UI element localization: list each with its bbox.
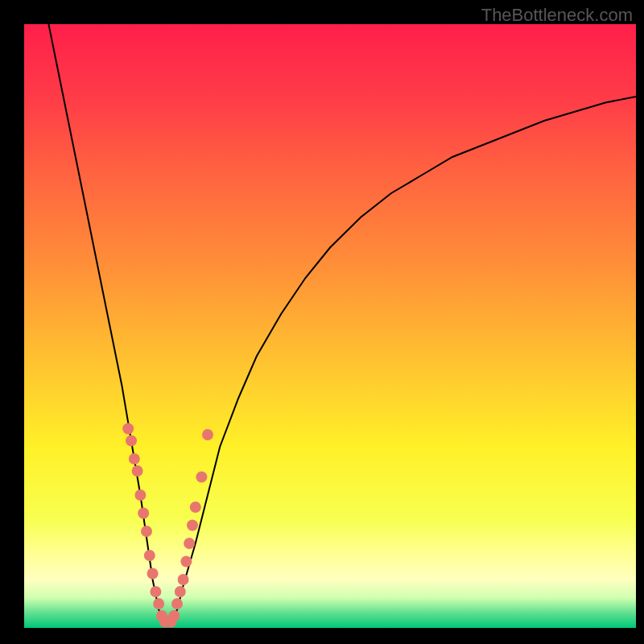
scatter-point <box>175 586 186 597</box>
scatter-point <box>178 574 189 585</box>
scatter-point <box>147 568 159 580</box>
chart-container: TheBottleneck.com <box>0 0 644 644</box>
chart-gradient-bg <box>24 24 636 628</box>
scatter-point <box>144 550 155 561</box>
scatter-point <box>132 465 143 477</box>
scatter-point <box>171 598 183 609</box>
watermark-text: TheBottleneck.com <box>481 5 633 26</box>
bottleneck-chart <box>0 0 644 644</box>
scatter-point <box>180 556 192 568</box>
scatter-point <box>190 502 201 513</box>
scatter-point <box>126 436 137 447</box>
scatter-point <box>196 472 207 483</box>
scatter-point <box>134 489 146 501</box>
scatter-point <box>184 538 195 549</box>
scatter-point <box>129 453 140 464</box>
scatter-point <box>187 520 198 531</box>
scatter-point <box>202 429 213 440</box>
scatter-point <box>153 598 164 609</box>
scatter-point <box>168 610 180 621</box>
scatter-point <box>138 508 149 519</box>
scatter-point <box>141 526 152 537</box>
scatter-point <box>122 423 134 435</box>
scatter-point <box>150 586 161 597</box>
